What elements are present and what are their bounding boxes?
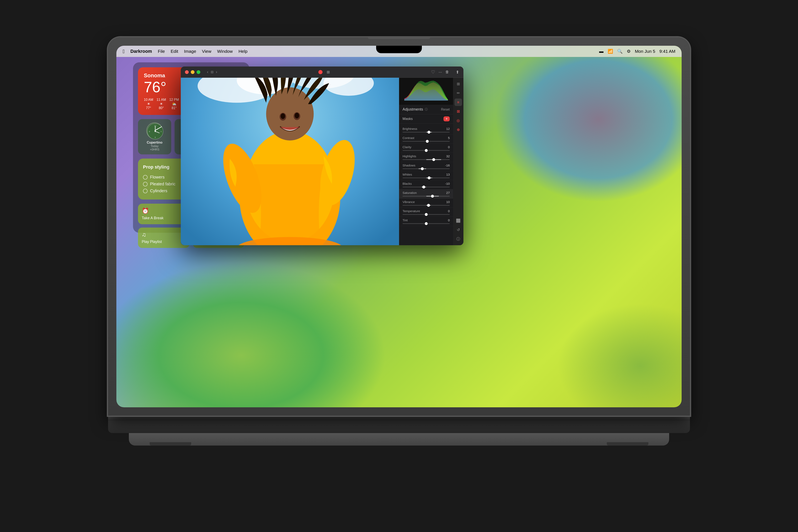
back-icon[interactable]: ‹ (207, 70, 208, 74)
tint-value: 0 (448, 218, 450, 222)
datetime: Mon Jun 5 (635, 49, 655, 54)
temperature-track[interactable] (402, 214, 450, 215)
menu-file[interactable]: File (158, 49, 165, 54)
svg-text:6: 6 (155, 136, 156, 138)
adj-title: Adjustments ⓘ (402, 107, 428, 112)
whites-label: Whites (402, 173, 412, 176)
menu-bar-right: ▬ 📶 🔍 ⚙ Mon Jun 5 9:41 AM (599, 49, 676, 54)
sidebar-sliders-icon[interactable]: ≡ (455, 98, 462, 106)
search-icon[interactable]: 🔍 (617, 49, 623, 54)
favorite-icon[interactable]: ♡ (431, 70, 435, 75)
weather-hour-1: 11 AM ☀ 80° (156, 98, 166, 110)
trash-icon[interactable]: 🗑 (445, 70, 449, 74)
time: 9:41 AM (659, 49, 676, 54)
shortcut-break-icon: ⏰ (142, 207, 186, 214)
saturation-thumb[interactable] (431, 195, 434, 197)
forward-icon[interactable]: › (216, 70, 217, 74)
reminders-title: Prop styling (143, 164, 169, 170)
tint-track[interactable] (402, 223, 450, 224)
menu-image[interactable]: Image (184, 49, 196, 54)
sliders-container: Brightness 12 (399, 124, 453, 245)
sidebar-compare-icon[interactable]: ⬜ (455, 217, 462, 225)
temperature-label: Temperature (402, 209, 420, 213)
tint-thumb[interactable] (425, 222, 428, 225)
temperature-thumb[interactable] (425, 213, 428, 216)
slider-icon[interactable]: ⊟ (211, 70, 213, 74)
shortcut-break-label: Take A Break (142, 216, 186, 221)
highlights-track[interactable] (402, 159, 450, 160)
saturation-track[interactable] (402, 196, 450, 196)
trackpad-notch (368, 37, 430, 39)
highlights-slider-row: Highlights 32 (399, 153, 453, 162)
brightness-label: Brightness (402, 127, 417, 131)
clarity-track[interactable] (402, 150, 450, 151)
menu-help[interactable]: Help (239, 49, 247, 54)
whites-value: 13 (446, 173, 450, 176)
sidebar-edit-icon[interactable]: ✏ (455, 89, 462, 97)
close-button[interactable] (185, 70, 189, 74)
window-titlebar: ‹ ⊟ › ⊞ ♡ ··· 🗑 ⬆ (181, 66, 463, 78)
highlights-thumb[interactable] (432, 158, 435, 161)
clarity-label: Clarity (402, 145, 412, 149)
apple-menu[interactable]:  (122, 48, 125, 55)
sidebar-history-icon[interactable]: ↺ (455, 226, 462, 233)
crop-icon[interactable]: ⊞ (327, 70, 330, 74)
sidebar-grid-icon[interactable]: ⊞ (455, 80, 462, 88)
controlcenter-icon[interactable]: ⚙ (627, 49, 631, 54)
menu-bar-left:  Darkroom File Edit Image View Window H… (122, 48, 247, 55)
menu-edit[interactable]: Edit (171, 49, 178, 54)
blacks-thumb[interactable] (422, 186, 425, 189)
menu-view[interactable]: View (202, 49, 211, 54)
sidebar-info-icon[interactable]: ⓘ (455, 235, 462, 243)
brightness-slider-row: Brightness 12 (399, 125, 453, 134)
blacks-slider-row: Blacks -10 (399, 180, 453, 189)
shadows-track[interactable] (402, 168, 450, 169)
macbook-foot-left (150, 442, 191, 445)
reminder-circle-0 (143, 175, 148, 179)
app-name[interactable]: Darkroom (131, 49, 152, 54)
masks-label: Masks (402, 117, 413, 121)
sidebar-crop-icon[interactable]: ⊠ (455, 108, 462, 115)
whites-thumb[interactable] (428, 176, 431, 179)
add-mask-button[interactable]: + (443, 116, 450, 121)
reset-button[interactable]: Reset (441, 108, 450, 111)
shortcut-playlist-label: Play Playlist (142, 240, 186, 244)
vibrance-thumb[interactable] (427, 204, 430, 207)
temperature-slider-row: Temperature 0 (399, 208, 453, 217)
shadows-thumb[interactable] (421, 167, 424, 170)
info-icon: ⓘ (425, 108, 428, 111)
titlebar-right: ♡ ··· 🗑 ⬆ (431, 70, 459, 75)
blacks-track[interactable] (402, 187, 450, 187)
more-icon[interactable]: ··· (438, 70, 442, 74)
svg-point-37 (295, 113, 299, 118)
traffic-lights (185, 70, 200, 74)
sidebar-clone-icon[interactable]: ⊕ (455, 126, 462, 133)
blacks-value: -10 (445, 182, 450, 185)
sidebar-heal-icon[interactable]: ◎ (455, 117, 462, 124)
brightness-track[interactable] (402, 132, 450, 133)
weather-hour-2: 12 PM ⛅ 81° (169, 98, 179, 110)
darkroom-window: ‹ ⊟ › ⊞ ♡ ··· 🗑 ⬆ (181, 66, 463, 245)
tint-slider-row: Tint 0 (399, 217, 453, 226)
clarity-thumb[interactable] (425, 149, 428, 152)
weather-temperature: 76° (144, 80, 167, 95)
titlebar-controls: ‹ ⊟ › (207, 70, 217, 74)
whites-track[interactable] (402, 177, 450, 178)
minimize-button[interactable] (191, 70, 194, 74)
vibrance-track[interactable] (402, 205, 450, 206)
brightness-thumb[interactable] (428, 131, 430, 134)
clarity-value: 0 (448, 145, 450, 149)
contrast-track[interactable] (402, 141, 450, 142)
menu-window[interactable]: Window (217, 49, 233, 54)
whites-slider-row: Whites 13 (399, 171, 453, 180)
battery-icon: ▬ (599, 49, 604, 54)
fullscreen-button[interactable] (196, 70, 200, 74)
temperature-value: 0 (448, 209, 450, 213)
highlights-label: Highlights (402, 154, 416, 158)
contrast-thumb[interactable] (426, 140, 429, 143)
screen-bezel:  Darkroom File Edit Image View Window H… (116, 46, 682, 407)
reminder-circle-2 (143, 189, 148, 193)
adj-header: Adjustments ⓘ Reset (399, 105, 453, 114)
share-icon[interactable]: ⬆ (456, 70, 459, 75)
screen:  Darkroom File Edit Image View Window H… (116, 46, 682, 407)
